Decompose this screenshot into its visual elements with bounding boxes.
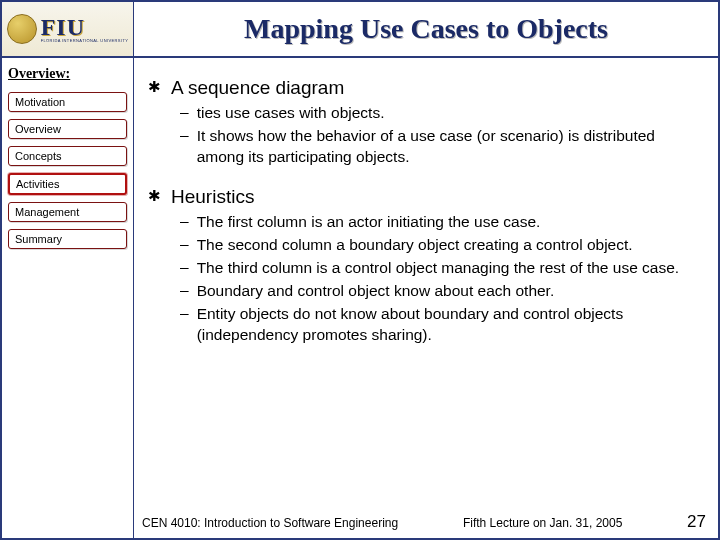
sidebar-item-activities[interactable]: Activities <box>8 173 127 195</box>
sidebar-item-concepts[interactable]: Concepts <box>8 146 127 166</box>
page-title: Mapping Use Cases to Objects <box>134 13 718 45</box>
logo-text: FIU FLORIDA INTERNATIONAL UNIVERSITY <box>41 15 129 43</box>
bullet: ✱A sequence diagram <box>148 76 700 101</box>
sub-bullet: –It shows how the behavior of a use case… <box>180 126 700 168</box>
sub-bullet: –The second column a boundary object cre… <box>180 235 700 256</box>
sub-bullet-text: The second column a boundary object crea… <box>197 235 633 256</box>
footer: CEN 4010: Introduction to Software Engin… <box>2 512 718 532</box>
sidebar-item-overview[interactable]: Overview <box>8 119 127 139</box>
slide: FIU FLORIDA INTERNATIONAL UNIVERSITY Map… <box>0 0 720 540</box>
university-seal-icon <box>7 14 37 44</box>
sub-bullet-text: Boundary and control object know about e… <box>197 281 555 302</box>
dash-icon: – <box>180 212 189 230</box>
sidebar-nav: MotivationOverviewConceptsActivitiesMana… <box>8 92 127 249</box>
dash-icon: – <box>180 235 189 253</box>
sub-bullet: –The third column is a control object ma… <box>180 258 700 279</box>
dash-icon: – <box>180 103 189 121</box>
sub-bullet: –Boundary and control object know about … <box>180 281 700 302</box>
bullet: ✱Heuristics <box>148 185 700 210</box>
sub-bullet-text: The first column is an actor initiating … <box>197 212 541 233</box>
star-icon: ✱ <box>148 185 161 206</box>
body: Overview: MotivationOverviewConceptsActi… <box>2 58 718 538</box>
sub-bullet-text: ties use cases with objects. <box>197 103 385 124</box>
star-icon: ✱ <box>148 76 161 97</box>
bullet-text: A sequence diagram <box>171 76 344 101</box>
sub-bullet-text: It shows how the behavior of a use case … <box>197 126 700 168</box>
content: ✱A sequence diagram–ties use cases with … <box>134 58 718 538</box>
sub-bullet: –The first column is an actor initiating… <box>180 212 700 233</box>
dash-icon: – <box>180 281 189 299</box>
sidebar-item-motivation[interactable]: Motivation <box>8 92 127 112</box>
sidebar-item-management[interactable]: Management <box>8 202 127 222</box>
sidebar-item-summary[interactable]: Summary <box>8 229 127 249</box>
sub-bullet-text: The third column is a control object man… <box>197 258 679 279</box>
logo-abbr: FIU <box>41 15 129 39</box>
sub-bullet: –ties use cases with objects. <box>180 103 700 124</box>
header: FIU FLORIDA INTERNATIONAL UNIVERSITY Map… <box>2 2 718 58</box>
dash-icon: – <box>180 258 189 276</box>
logo-subtitle: FLORIDA INTERNATIONAL UNIVERSITY <box>41 39 129 43</box>
footer-lecture: Fifth Lecture on Jan. 31, 2005 <box>463 516 622 530</box>
sidebar: Overview: MotivationOverviewConceptsActi… <box>2 58 134 538</box>
sidebar-heading: Overview: <box>8 66 127 82</box>
page-number: 27 <box>687 512 706 532</box>
bullet-text: Heuristics <box>171 185 254 210</box>
logo: FIU FLORIDA INTERNATIONAL UNIVERSITY <box>2 2 134 56</box>
dash-icon: – <box>180 126 189 144</box>
sub-bullet: –Entity objects do not know about bounda… <box>180 304 700 346</box>
dash-icon: – <box>180 304 189 322</box>
footer-course: CEN 4010: Introduction to Software Engin… <box>142 516 398 530</box>
sub-bullet-text: Entity objects do not know about boundar… <box>197 304 700 346</box>
